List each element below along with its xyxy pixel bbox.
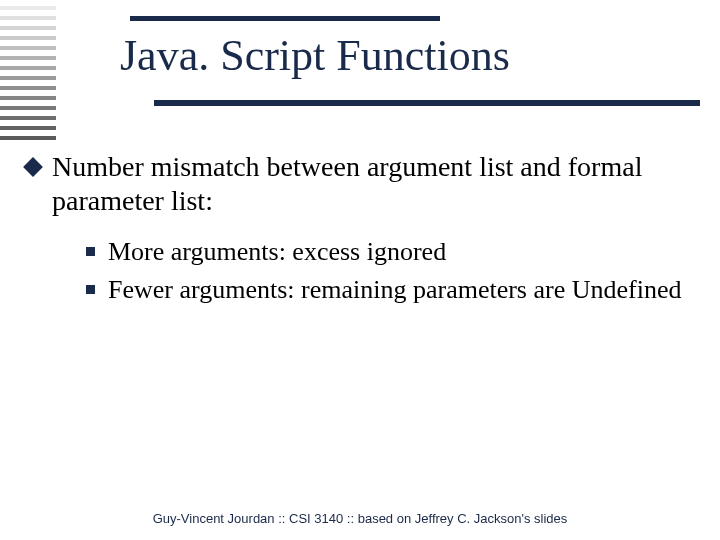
bullet-lvl2-group: More arguments: excess ignored Fewer arg… (86, 236, 690, 305)
square-icon (86, 247, 95, 256)
decor-comb (0, 6, 56, 146)
slide: Java. Script Functions Number mismatch b… (0, 0, 720, 540)
bullet-lvl1: Number mismatch between argument list an… (26, 150, 690, 218)
bullet-lvl2-text: More arguments: excess ignored (108, 237, 446, 266)
slide-footer: Guy-Vincent Jourdan :: CSI 3140 :: based… (0, 511, 720, 526)
diamond-icon (23, 157, 43, 177)
decor-under-bar (154, 100, 700, 106)
bullet-lvl1-text: Number mismatch between argument list an… (52, 151, 642, 216)
slide-title: Java. Script Functions (120, 30, 680, 81)
bullet-lvl2: Fewer arguments: remaining parameters ar… (86, 274, 690, 306)
bullet-lvl2-text: Fewer arguments: remaining parameters ar… (108, 275, 681, 304)
bullet-lvl2: More arguments: excess ignored (86, 236, 690, 268)
slide-body: Number mismatch between argument list an… (26, 150, 690, 312)
square-icon (86, 285, 95, 294)
decor-top-bar (130, 16, 440, 21)
